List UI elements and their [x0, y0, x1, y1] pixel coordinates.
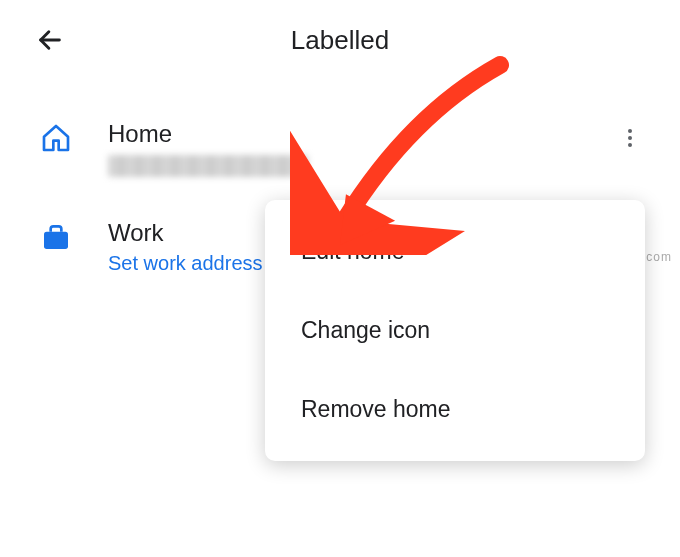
item-content: Home: [108, 118, 640, 177]
work-icon: [40, 221, 72, 253]
menu-change-icon[interactable]: Change icon: [265, 291, 645, 370]
svg-rect-4: [44, 232, 68, 249]
menu-remove-home[interactable]: Remove home: [265, 370, 645, 449]
svg-point-3: [628, 143, 632, 147]
context-menu: Edit home Change icon Remove home: [265, 200, 645, 461]
header: Labelled: [0, 0, 680, 80]
list-item-home[interactable]: Home: [0, 100, 680, 199]
home-icon: [40, 122, 72, 154]
item-label: Home: [108, 118, 640, 149]
more-button-home[interactable]: [610, 118, 650, 158]
home-address-redacted: [108, 155, 308, 177]
svg-point-1: [628, 129, 632, 133]
page-title: Labelled: [291, 25, 389, 56]
back-button[interactable]: [30, 20, 70, 60]
more-vert-icon: [618, 126, 642, 150]
arrow-left-icon: [36, 26, 64, 54]
menu-edit-home[interactable]: Edit home: [265, 212, 645, 291]
svg-point-2: [628, 136, 632, 140]
